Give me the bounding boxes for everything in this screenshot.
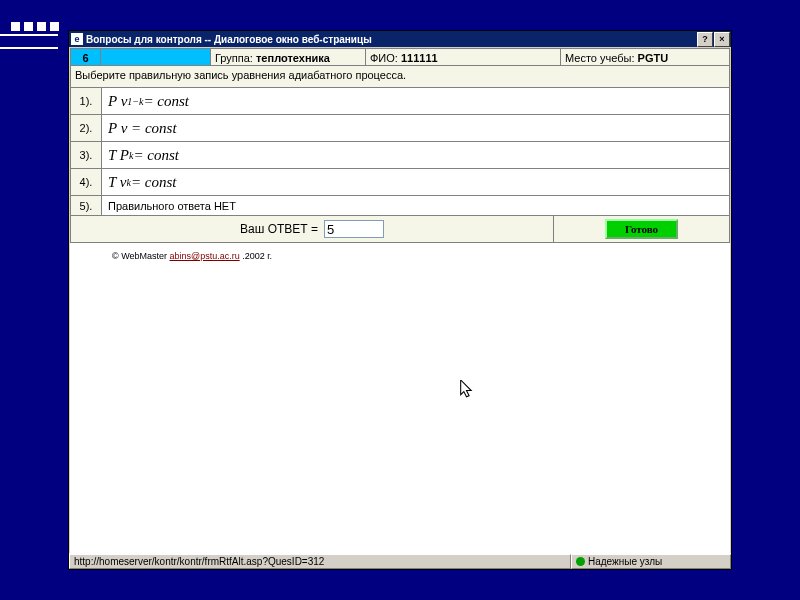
answer-number: 4). [71, 169, 102, 195]
group-value: теплотехника [256, 52, 330, 64]
answer-row[interactable]: 5).Правильного ответа НЕТ [70, 196, 730, 216]
ready-button[interactable]: Готово [605, 219, 678, 239]
answer-row[interactable]: 4).T vk = const [70, 169, 730, 196]
status-url: http://homeserver/kontr/kontr/frmRtfAlt.… [69, 554, 571, 569]
answer-input-cell: Ваш ОТВЕТ = [71, 216, 554, 242]
answer-number: 5). [71, 196, 102, 215]
question-text: Выберите правильную запись уравнения ади… [70, 66, 730, 88]
trust-icon [576, 557, 585, 566]
answer-footer: Ваш ОТВЕТ = Готово [70, 216, 730, 243]
group-label: Группа: [215, 52, 253, 64]
answer-row[interactable]: 2).P v = const [70, 115, 730, 142]
credit-prefix: © WebMaster [112, 251, 169, 261]
header-spacer [101, 49, 211, 65]
answer-body: Правильного ответа НЕТ [102, 196, 729, 215]
group-cell: Группа: теплотехника [211, 49, 366, 65]
answer-body: P v1−k = const [102, 88, 729, 114]
window-title: Вопросы для контроля -- Диалоговое окно … [86, 34, 697, 45]
answer-label: Ваш ОТВЕТ = [240, 222, 318, 236]
question-number: 6 [71, 49, 101, 65]
credit-line: © WebMaster abins@pstu.ac.ru .2002 г. [112, 251, 730, 261]
answer-number: 2). [71, 115, 102, 141]
fio-cell: ФИО: 111111 [366, 49, 561, 65]
credit-email-link[interactable]: abins@pstu.ac.ru [169, 251, 239, 261]
answer-number: 3). [71, 142, 102, 168]
answer-row[interactable]: 1).P v1−k = const [70, 88, 730, 115]
close-button[interactable]: × [714, 32, 730, 47]
help-button[interactable]: ? [697, 32, 713, 47]
fio-value: 111111 [401, 52, 438, 64]
dialog-window: e Вопросы для контроля -- Диалоговое окн… [68, 30, 732, 570]
content-area: 6 Группа: теплотехника ФИО: 111111 Место… [70, 48, 730, 553]
answer-body: P v = const [102, 115, 729, 141]
ie-icon: e [71, 33, 83, 45]
answer-number: 1). [71, 88, 102, 114]
place-cell: Место учебы: PGTU [561, 49, 729, 65]
fio-label: ФИО: [370, 52, 398, 64]
header-row: 6 Группа: теплотехника ФИО: 111111 Место… [70, 48, 730, 66]
status-trust: Надежные узлы [571, 554, 731, 569]
credit-suffix: .2002 г. [242, 251, 272, 261]
answer-body: T vk = const [102, 169, 729, 195]
place-label: Место учебы: [565, 52, 634, 64]
place-value: PGTU [638, 52, 669, 64]
answer-row[interactable]: 3).T Pk = const [70, 142, 730, 169]
trust-label: Надежные узлы [588, 555, 662, 568]
answer-body: T Pk = const [102, 142, 729, 168]
titlebar: e Вопросы для контроля -- Диалоговое окн… [69, 31, 731, 47]
statusbar: http://homeserver/kontr/kontr/frmRtfAlt.… [69, 553, 731, 569]
ready-cell: Готово [554, 216, 729, 242]
answer-input[interactable] [324, 220, 384, 238]
